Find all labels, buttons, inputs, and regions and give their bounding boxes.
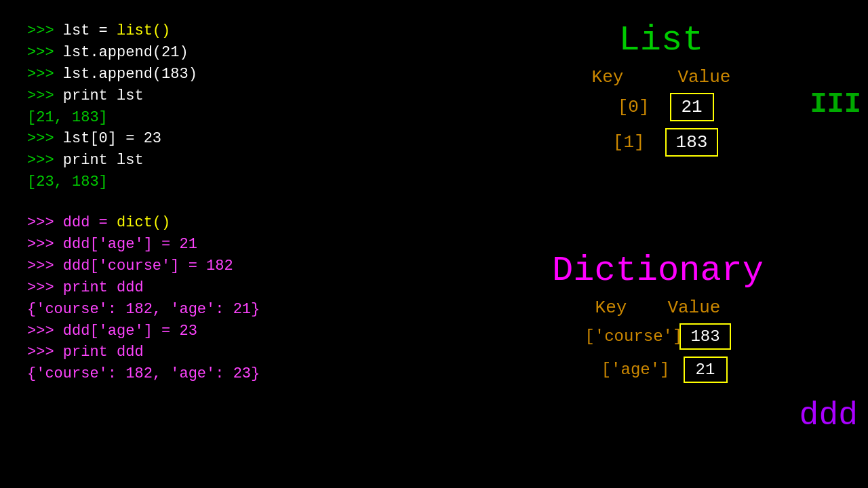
list-value-header: Value — [677, 67, 730, 87]
code-spacer-8 — [27, 193, 407, 212]
code-part: >>> — [27, 87, 63, 104]
dict-value-0: 183 — [679, 323, 730, 350]
list-value-1: 183 — [665, 128, 719, 157]
code-line-16: {'course': 182, 'age': 23} — [27, 363, 407, 385]
code-line-7: [23, 183] — [27, 171, 407, 193]
code-line-14: >>> ddd['age'] = 23 — [27, 321, 407, 342]
code-part: >>> — [27, 258, 63, 274]
list-indicator: III — [810, 88, 861, 121]
code-part: ddd['age'] — [63, 236, 153, 253]
code-line-12: >>> print ddd — [27, 277, 407, 299]
code-part: ddd — [117, 344, 144, 361]
list-value-0: 21 — [670, 93, 714, 121]
code-part: dict() — [117, 214, 170, 231]
code-part: lst.append(183) — [63, 66, 197, 83]
ddd-label: ddd — [800, 397, 858, 434]
dict-key-1: ['age'] — [589, 361, 670, 379]
code-part: lst[0] — [63, 130, 117, 147]
dict-table-header: Key Value — [454, 298, 861, 318]
code-part: lst.append(21) — [63, 44, 189, 61]
code-line-10: >>> ddd['age'] = 21 — [27, 234, 407, 256]
code-part: >>> — [27, 214, 63, 231]
code-line-2: >>> lst.append(183) — [27, 64, 407, 85]
code-part: ddd['age'] — [63, 323, 153, 340]
dict-value-1: 21 — [684, 357, 728, 383]
code-part: = — [90, 22, 117, 39]
code-part: = — [90, 214, 117, 231]
list-key-1: [1] — [604, 132, 645, 152]
code-part: [23, 183] — [27, 174, 108, 190]
code-line-9: >>> ddd = dict() — [27, 212, 407, 234]
code-part: print — [63, 87, 117, 104]
dict-section: Dictionary Key Value ['course'] 183 ['ag… — [454, 251, 861, 390]
code-part: list() — [117, 22, 170, 39]
code-part: {'course': 182, 'age': 21} — [27, 301, 260, 318]
list-row-1: [1] 183 — [468, 128, 854, 157]
code-part: = 23 — [117, 130, 161, 147]
code-part: >>> — [27, 66, 63, 83]
list-key-0: [0] — [609, 97, 650, 117]
list-key-header: Key — [592, 67, 624, 87]
code-part: = 21 — [153, 236, 197, 253]
code-line-0: >>> lst = list() — [27, 20, 407, 42]
code-part: >>> — [27, 344, 63, 361]
code-part: {'course': 182, 'age': 23} — [27, 365, 260, 382]
code-line-15: >>> print ddd — [27, 342, 407, 363]
dict-key-0: ['course'] — [585, 327, 666, 346]
code-part: print — [63, 152, 117, 169]
list-title: List — [468, 20, 854, 60]
code-part: >>> — [27, 130, 63, 147]
code-part: [21, 183] — [27, 109, 108, 126]
list-row-0: [0] 21 — [468, 93, 854, 121]
code-line-11: >>> ddd['course'] = 182 — [27, 256, 407, 277]
code-part: >>> — [27, 279, 63, 296]
dict-title: Dictionary — [454, 251, 861, 291]
code-line-6: >>> print lst — [27, 150, 407, 171]
code-line-5: >>> lst[0] = 23 — [27, 128, 407, 150]
code-part: lst — [117, 87, 144, 104]
code-line-1: >>> lst.append(21) — [27, 42, 407, 64]
list-section: List Key Value [0] 21 [1] 183 — [468, 20, 854, 163]
code-part: lst — [117, 152, 144, 169]
code-line-3: >>> print lst — [27, 85, 407, 107]
code-line-13: {'course': 182, 'age': 21} — [27, 299, 407, 321]
code-part: >>> — [27, 44, 63, 61]
dict-row-1: ['age'] 21 — [454, 357, 861, 383]
code-part: >>> — [27, 323, 63, 340]
dict-key-header: Key — [595, 298, 627, 318]
code-part: ddd — [117, 279, 144, 296]
dict-value-header: Value — [667, 298, 720, 318]
code-part: ddd — [63, 214, 90, 231]
code-part: ddd['course'] — [63, 258, 180, 274]
code-part: = 182 — [179, 258, 233, 274]
code-part: lst — [63, 22, 90, 39]
code-line-4: [21, 183] — [27, 107, 407, 129]
code-part: print — [63, 279, 117, 296]
list-table-header: Key Value — [468, 67, 854, 87]
dict-row-0: ['course'] 183 — [454, 323, 861, 350]
code-part: >>> — [27, 236, 63, 253]
code-part: = 23 — [153, 323, 197, 340]
viz-panel: List Key Value [0] 21 [1] 183 III Dictio… — [434, 0, 868, 488]
code-part: >>> — [27, 22, 63, 39]
code-part: >>> — [27, 152, 63, 169]
code-part: print — [63, 344, 117, 361]
code-panel: >>> lst = list()>>> lst.append(21)>>> ls… — [0, 0, 434, 488]
